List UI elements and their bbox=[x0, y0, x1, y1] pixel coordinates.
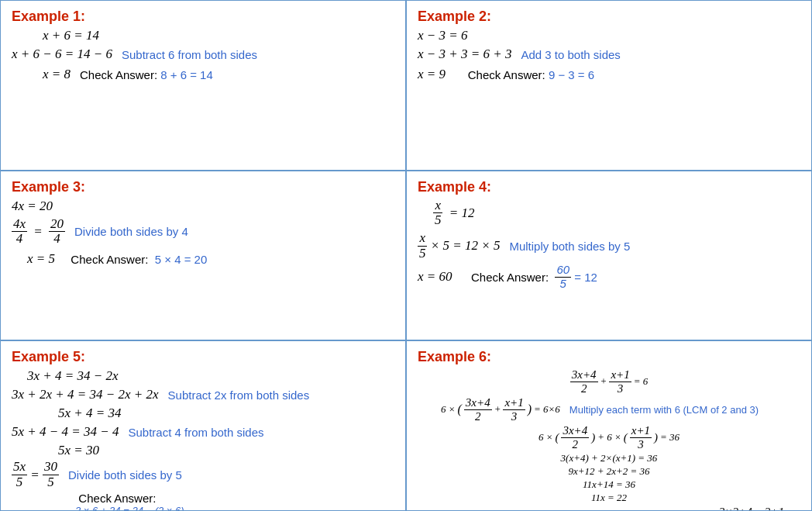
ex6-eq1: 3x+42 + x+13 = 6 bbox=[418, 368, 800, 395]
ex5-eq3: 5x + 4 = 34 bbox=[58, 406, 394, 421]
ex2-hint1: Add 3 to both sides bbox=[521, 48, 620, 61]
ex2-step1: x − 3 + 3 = 6 + 3 Add 3 to both sides bbox=[418, 45, 800, 64]
ex5-step1: 3x + 2x + 4 = 34 − 2x + 2x Subtract 2x f… bbox=[12, 385, 394, 404]
ex5-hint2: Subtract 4 from both sides bbox=[128, 426, 263, 439]
ex3-eq2: 4x4 = 204 bbox=[12, 217, 65, 247]
ex4-check: Check Answer: 605 = 12 bbox=[462, 264, 597, 290]
ex5-hint1: Subtract 2x from both sides bbox=[168, 388, 310, 402]
ex4-step1: x5 × 5 = 12 × 5 Multiply both sides by 5 bbox=[418, 231, 800, 261]
ex4-hint1: Multiply both sides by 5 bbox=[509, 240, 630, 253]
ex5-eq4: 5x + 4 − 4 = 34 − 4 bbox=[12, 424, 119, 440]
ex1-step2: x = 8 Check Answer: 8 + 6 = 14 bbox=[12, 65, 394, 84]
ex1-hint1: Subtract 6 from both sides bbox=[122, 48, 257, 61]
example-3-title: Example 3: bbox=[12, 179, 394, 195]
example-4-title: Example 4: bbox=[418, 179, 800, 195]
ex3-step2: x = 5 Check Answer: 5 × 4 = 20 bbox=[12, 250, 394, 268]
ex5-eq6: 5x5 = 305 bbox=[12, 460, 59, 489]
ex6-check: Check Answer: 3×2+42 + 2+13 = 6 5+1 = 6 bbox=[642, 506, 800, 511]
ex3-hint1: Divide both sides by 4 bbox=[74, 225, 188, 238]
example-4: Example 4: x5 = 12 x5 × 5 = 12 × 5 Multi… bbox=[406, 171, 812, 341]
ex2-check: Check Answer: 9 − 3 = 6 bbox=[455, 68, 594, 81]
ex6-eq6: 11x+14 = 36 bbox=[418, 478, 800, 491]
ex1-check: Check Answer: 8 + 6 = 14 bbox=[80, 68, 213, 81]
ex6-eq3: 6 × ( 3x+42 ) + 6 × ( x+13 ) = 36 bbox=[418, 424, 800, 451]
ex6-step2: 11x11 = 2211 Check Answer: 3×2+42 + 2+13… bbox=[418, 506, 800, 511]
example-5-title: Example 5: bbox=[12, 349, 394, 365]
example-1: Example 1: x + 6 = 14 x + 6 − 6 = 14 − 6… bbox=[0, 0, 406, 171]
ex5-eq1: 3x + 4 = 34 − 2x bbox=[27, 368, 394, 384]
ex5-step2: 5x + 4 − 4 = 34 − 4 Subtract 4 from both… bbox=[12, 423, 394, 441]
example-2: Example 2: x − 3 = 6 x − 3 + 3 = 6 + 3 A… bbox=[406, 0, 812, 171]
ex6-eq5: 9x+12 + 2x+2 = 36 bbox=[418, 465, 800, 478]
ex5-check: Check Answer: 3 × 6 + 34 = 34 − (2 × 6) … bbox=[72, 492, 184, 511]
ex6-eq2: 6 × ( 3x+42 + x+13 ) = 6×6 bbox=[441, 396, 560, 423]
example-2-title: Example 2: bbox=[418, 9, 800, 25]
ex5-hint3: Divide both sides by 5 bbox=[68, 468, 182, 482]
example-1-title: Example 1: bbox=[12, 9, 394, 25]
ex6-eq7: 11x = 22 bbox=[418, 492, 800, 504]
ex5-step3: 5x5 = 305 Divide both sides by 5 bbox=[12, 460, 394, 489]
example-6: Example 6: 3x+42 + x+13 = 6 6 × ( 3x+42 … bbox=[406, 340, 812, 511]
ex2-eq1: x − 3 = 6 bbox=[418, 28, 800, 43]
ex4-eq3: x = 60 bbox=[418, 269, 452, 285]
example-5: Example 5: 3x + 4 = 34 − 2x 3x + 2x + 4 … bbox=[0, 340, 406, 511]
ex3-step1: 4x4 = 204 Divide both sides by 4 bbox=[12, 217, 394, 247]
ex6-step1: 6 × ( 3x+42 + x+13 ) = 6×6 Multiply each… bbox=[418, 396, 800, 423]
ex3-eq1: 4x = 20 bbox=[12, 199, 394, 214]
ex6-eq4: 3(x+4) + 2×(x+1) = 36 bbox=[418, 452, 800, 464]
example-3: Example 3: 4x = 20 4x4 = 204 Divide both… bbox=[0, 171, 406, 341]
ex5-eq2: 3x + 2x + 4 = 34 − 2x + 2x bbox=[12, 387, 159, 402]
ex4-eq2: x5 × 5 = 12 × 5 bbox=[418, 231, 500, 261]
main-grid: Example 1: x + 6 = 14 x + 6 − 6 = 14 − 6… bbox=[0, 0, 812, 511]
ex1-eq3: x = 8 bbox=[43, 67, 71, 82]
example-6-title: Example 6: bbox=[418, 349, 800, 365]
ex1-eq1: x + 6 = 14 bbox=[43, 28, 394, 43]
ex4-eq1: x5 = 12 bbox=[433, 199, 800, 228]
ex2-eq3: x = 9 bbox=[418, 67, 446, 82]
ex6-hint1: Multiply each term with 6 (LCM of 2 and … bbox=[569, 404, 759, 416]
ex5-eq5: 5x = 30 bbox=[58, 443, 394, 458]
ex1-eq2: x + 6 − 6 = 14 − 6 bbox=[12, 47, 112, 62]
ex2-eq2: x − 3 + 3 = 6 + 3 bbox=[418, 47, 511, 62]
ex2-step2: x = 9 Check Answer: 9 − 3 = 6 bbox=[418, 65, 800, 84]
ex4-step2: x = 60 Check Answer: 605 = 12 bbox=[418, 264, 800, 290]
ex3-eq3: x = 5 bbox=[27, 251, 55, 267]
ex5-step4: x = 6 Check Answer: 3 × 6 + 34 = 34 − (2… bbox=[12, 492, 394, 511]
ex3-check: Check Answer: 5 × 4 = 20 bbox=[64, 253, 207, 266]
ex1-step1: x + 6 − 6 = 14 − 6 Subtract 6 from both … bbox=[12, 45, 394, 64]
